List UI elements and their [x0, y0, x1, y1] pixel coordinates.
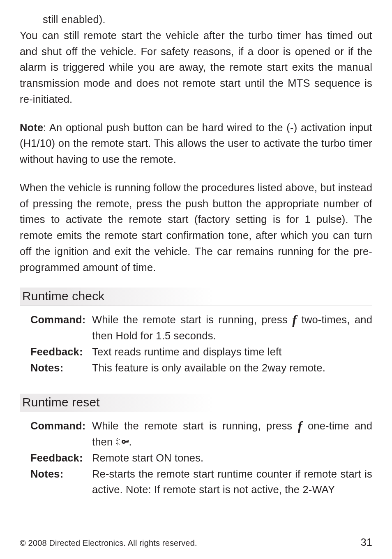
page-number: 31	[361, 536, 372, 548]
body-command: While the remote start is running, press…	[92, 312, 372, 344]
page-footer: © 2008 Directed Electronics. All rights …	[20, 536, 372, 548]
label-notes: Notes:	[30, 360, 92, 376]
copyright-text: © 2008 Directed Electronics. All rights …	[20, 538, 197, 548]
label-notes: Notes:	[30, 466, 92, 498]
body-notes: This feature is only available on the 2w…	[92, 360, 372, 376]
row-notes: Notes: Re-starts the remote start runtim…	[30, 466, 372, 498]
note-body: : An optional push button can be hard wi…	[20, 122, 372, 165]
body-feedback: Remote start ON tones.	[92, 450, 372, 466]
definition-block-check: Command: While the remote start is runni…	[20, 312, 372, 376]
row-feedback: Feedback: Remote start ON tones.	[30, 450, 372, 466]
remote-start-icon	[116, 437, 129, 449]
row-command: Command: While the remote start is runni…	[30, 418, 372, 450]
definition-block-reset: Command: While the remote start is runni…	[20, 418, 372, 498]
note-paragraph: Note: An optional push button can be har…	[20, 120, 372, 167]
body-notes: Re-starts the remote start runtime count…	[92, 466, 372, 498]
body-command: While the remote start is running, press…	[92, 418, 372, 450]
heading-runtime-reset: Runtime reset	[20, 394, 372, 412]
label-feedback: Feedback:	[30, 450, 92, 466]
row-feedback: Feedback: Text reads runtime and display…	[30, 344, 372, 360]
note-label: Note	[20, 122, 43, 133]
paragraph-1: You can still remote start the vehicle a…	[20, 28, 372, 107]
continuation-line: still enabled).	[20, 12, 372, 28]
paragraph-3: When the vehicle is running follow the p…	[20, 180, 372, 276]
aux-icon: f	[298, 419, 302, 432]
label-command: Command:	[30, 418, 92, 450]
heading-runtime-check: Runtime check	[20, 288, 372, 306]
svg-rect-2	[127, 440, 127, 441]
aux-icon: f	[292, 313, 297, 326]
svg-rect-3	[128, 440, 129, 441]
label-feedback: Feedback:	[30, 344, 92, 360]
body-feedback: Text reads runtime and displays time lef…	[92, 344, 372, 360]
svg-rect-1	[125, 441, 129, 443]
svg-point-4	[123, 441, 125, 443]
row-command: Command: While the remote start is runni…	[30, 312, 372, 344]
row-notes: Notes: This feature is only available on…	[30, 360, 372, 376]
label-command: Command:	[30, 312, 92, 344]
